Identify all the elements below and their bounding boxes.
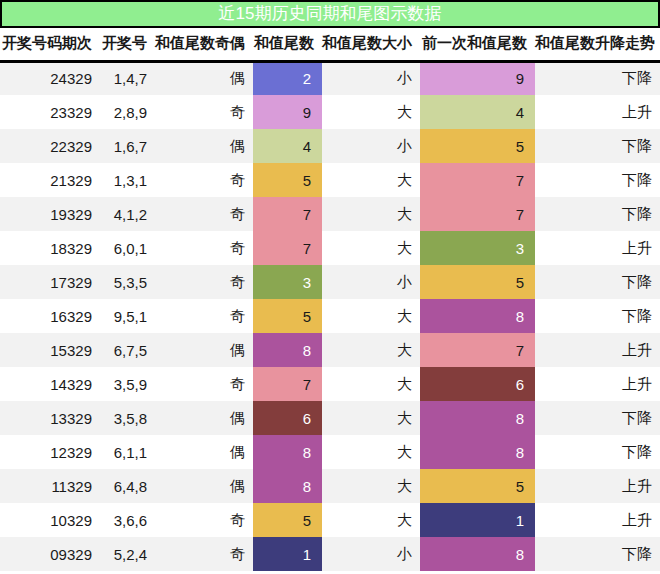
cell-size: 小 — [322, 265, 420, 299]
cell-numbers: 6,7,5 — [100, 333, 155, 367]
table-row: 153296,7,5偶8大7上升 — [0, 333, 660, 367]
table-row: 113296,4,8偶8大5上升 — [0, 469, 660, 503]
page-title: 近15期历史同期和尾图示数据 — [0, 0, 660, 28]
cell-parity: 偶 — [155, 401, 253, 435]
cell-size: 大 — [322, 401, 420, 435]
cell-tail: 7 — [253, 367, 322, 401]
cell-numbers: 9,5,1 — [100, 299, 155, 333]
cell-trend: 上升 — [535, 469, 660, 503]
cell-trend: 下降 — [535, 129, 660, 163]
cell-numbers: 3,5,9 — [100, 367, 155, 401]
cell-trend: 上升 — [535, 367, 660, 401]
col-header-numbers: 开奖号 — [100, 28, 155, 61]
cell-parity: 奇 — [155, 367, 253, 401]
cell-tail: 9 — [253, 95, 322, 129]
cell-trend: 上升 — [535, 503, 660, 537]
header-row: 开奖号码期次 开奖号 和值尾数奇偶 和值尾数 和值尾数大小 前一次和值尾数 和值… — [0, 28, 660, 61]
cell-tail: 1 — [253, 537, 322, 571]
cell-numbers: 6,1,1 — [100, 435, 155, 469]
cell-tail: 2 — [253, 61, 322, 95]
cell-prev-tail: 4 — [420, 95, 535, 129]
cell-period: 12329 — [0, 435, 100, 469]
cell-tail: 4 — [253, 129, 322, 163]
cell-trend: 下降 — [535, 299, 660, 333]
cell-parity: 偶 — [155, 333, 253, 367]
table-row: 213291,3,1奇5大7下降 — [0, 163, 660, 197]
cell-prev-tail: 5 — [420, 129, 535, 163]
cell-prev-tail: 8 — [420, 435, 535, 469]
table-row: 173295,3,5奇3小5下降 — [0, 265, 660, 299]
cell-numbers: 6,4,8 — [100, 469, 155, 503]
cell-parity: 偶 — [155, 61, 253, 95]
cell-trend: 上升 — [535, 95, 660, 129]
cell-period: 11329 — [0, 469, 100, 503]
cell-trend: 上升 — [535, 333, 660, 367]
table-row: 223291,6,7偶4小5下降 — [0, 129, 660, 163]
cell-tail: 5 — [253, 163, 322, 197]
cell-prev-tail: 8 — [420, 401, 535, 435]
table-row: 243291,4,7偶2小9下降 — [0, 61, 660, 95]
cell-size: 大 — [322, 163, 420, 197]
cell-trend: 下降 — [535, 163, 660, 197]
cell-prev-tail: 9 — [420, 61, 535, 95]
cell-trend: 下降 — [535, 197, 660, 231]
cell-parity: 奇 — [155, 163, 253, 197]
cell-period: 24329 — [0, 61, 100, 95]
cell-size: 大 — [322, 367, 420, 401]
cell-numbers: 1,3,1 — [100, 163, 155, 197]
cell-size: 大 — [322, 503, 420, 537]
cell-parity: 偶 — [155, 129, 253, 163]
cell-period: 21329 — [0, 163, 100, 197]
cell-size: 小 — [322, 537, 420, 571]
cell-tail: 7 — [253, 231, 322, 265]
cell-size: 大 — [322, 333, 420, 367]
cell-period: 15329 — [0, 333, 100, 367]
cell-parity: 奇 — [155, 197, 253, 231]
cell-tail: 8 — [253, 469, 322, 503]
cell-tail: 5 — [253, 299, 322, 333]
cell-numbers: 3,6,6 — [100, 503, 155, 537]
cell-period: 09329 — [0, 537, 100, 571]
table-row: 093295,2,4奇1小8下降 — [0, 537, 660, 571]
cell-numbers: 6,0,1 — [100, 231, 155, 265]
cell-parity: 偶 — [155, 469, 253, 503]
cell-prev-tail: 5 — [420, 265, 535, 299]
cell-tail: 7 — [253, 197, 322, 231]
cell-numbers: 5,3,5 — [100, 265, 155, 299]
cell-tail: 3 — [253, 265, 322, 299]
cell-prev-tail: 7 — [420, 333, 535, 367]
cell-prev-tail: 6 — [420, 367, 535, 401]
cell-parity: 奇 — [155, 537, 253, 571]
cell-numbers: 4,1,2 — [100, 197, 155, 231]
table-row: 103293,6,6奇5大1上升 — [0, 503, 660, 537]
cell-period: 16329 — [0, 299, 100, 333]
cell-period: 14329 — [0, 367, 100, 401]
cell-prev-tail: 5 — [420, 469, 535, 503]
cell-numbers: 3,5,8 — [100, 401, 155, 435]
cell-trend: 下降 — [535, 265, 660, 299]
cell-tail: 6 — [253, 401, 322, 435]
cell-size: 小 — [322, 129, 420, 163]
cell-parity: 奇 — [155, 503, 253, 537]
cell-size: 大 — [322, 197, 420, 231]
table-row: 133293,5,8偶6大8下降 — [0, 401, 660, 435]
cell-numbers: 1,4,7 — [100, 61, 155, 95]
cell-parity: 奇 — [155, 231, 253, 265]
cell-size: 大 — [322, 95, 420, 129]
cell-trend: 下降 — [535, 435, 660, 469]
cell-size: 大 — [322, 435, 420, 469]
cell-parity: 偶 — [155, 435, 253, 469]
cell-prev-tail: 8 — [420, 537, 535, 571]
cell-prev-tail: 7 — [420, 163, 535, 197]
cell-size: 小 — [322, 61, 420, 95]
cell-trend: 下降 — [535, 61, 660, 95]
cell-period: 17329 — [0, 265, 100, 299]
cell-period: 18329 — [0, 231, 100, 265]
cell-parity: 奇 — [155, 299, 253, 333]
table-body: 243291,4,7偶2小9下降233292,8,9奇9大4上升223291,6… — [0, 61, 660, 571]
cell-period: 19329 — [0, 197, 100, 231]
table-row: 183296,0,1奇7大3上升 — [0, 231, 660, 265]
cell-trend: 上升 — [535, 231, 660, 265]
col-header-parity: 和值尾数奇偶 — [155, 28, 253, 61]
cell-period: 13329 — [0, 401, 100, 435]
